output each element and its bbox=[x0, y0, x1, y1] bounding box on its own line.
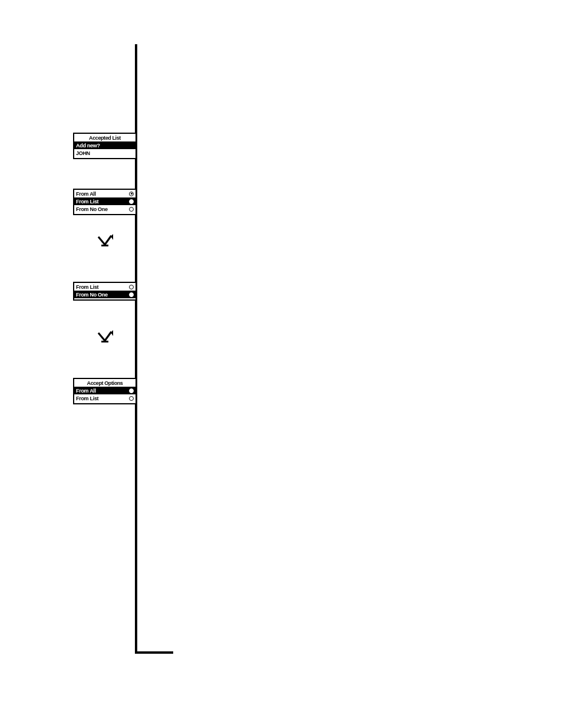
radio-icon bbox=[129, 396, 134, 401]
lcd-row-from-all[interactable]: From All bbox=[74, 190, 135, 197]
lcd-row-label: From No One bbox=[76, 292, 127, 298]
lcd-row-label: From No One bbox=[76, 206, 127, 212]
lcd-title: Accepted List bbox=[74, 135, 135, 141]
page: Accepted List Add new? JOHN From All Fro… bbox=[0, 0, 562, 728]
svg-rect-1 bbox=[101, 245, 108, 246]
lcd-row-from-list[interactable]: From List bbox=[74, 394, 135, 402]
bounce-arrow-icon bbox=[98, 234, 113, 247]
lcd-accept-options-2: From List From No One bbox=[73, 282, 137, 301]
svg-rect-3 bbox=[101, 341, 108, 342]
lcd-row-from-list[interactable]: From List bbox=[74, 197, 135, 205]
lcd-row-label: From All bbox=[76, 191, 127, 197]
lcd-row-john[interactable]: JOHN bbox=[74, 149, 135, 157]
radio-icon bbox=[129, 199, 134, 204]
lcd-row-label: From All bbox=[76, 388, 127, 394]
lcd-row-label: From List bbox=[76, 284, 127, 290]
lcd-row-label: From List bbox=[76, 396, 127, 401]
lcd-title: Accept Options bbox=[74, 380, 135, 387]
divider-foot bbox=[135, 651, 173, 654]
lcd-row-from-no-one[interactable]: From No One bbox=[74, 205, 135, 213]
radio-icon bbox=[129, 285, 134, 289]
lcd-accepted-list: Accepted List Add new? JOHN bbox=[73, 133, 137, 159]
lcd-accept-options-3: From All From List From No One bbox=[73, 189, 137, 215]
lcd-row-from-list[interactable]: From List bbox=[74, 283, 135, 291]
lcd-row-label: Add new? bbox=[76, 143, 134, 149]
radio-icon bbox=[129, 292, 134, 297]
lcd-row-label: JOHN bbox=[76, 150, 134, 156]
bounce-arrow-icon bbox=[98, 330, 113, 343]
lcd-row-add-new[interactable]: Add new? bbox=[74, 141, 135, 149]
lcd-accept-options-titled: Accept Options From All From List bbox=[73, 378, 137, 404]
radio-icon bbox=[129, 192, 134, 196]
lcd-row-from-no-one[interactable]: From No One bbox=[74, 291, 135, 298]
lcd-row-label: From List bbox=[76, 199, 127, 205]
radio-icon bbox=[129, 388, 134, 393]
lcd-row-from-all[interactable]: From All bbox=[74, 387, 135, 394]
radio-icon bbox=[129, 207, 134, 212]
